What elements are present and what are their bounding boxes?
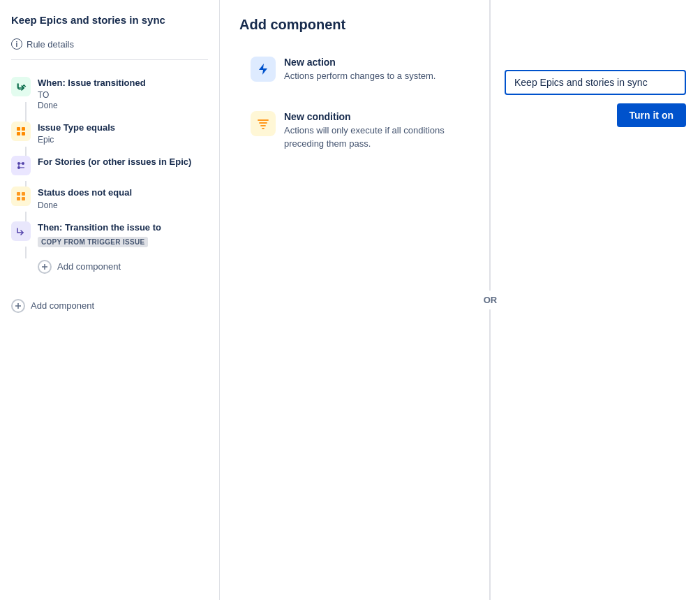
new-condition-title: New condition [284, 111, 459, 122]
then-transition-icon [15, 226, 27, 237]
svg-point-4 [17, 162, 20, 165]
status-content: Status does not equal Done [38, 186, 208, 210]
for-stories-title: For Stories (or other issues in Epic) [38, 156, 208, 168]
when-transition-sub1: TO [38, 90, 208, 100]
new-action-desc: Actions perform changes to a system. [284, 70, 435, 83]
left-panel: Keep Epics and stories in sync i Rule de… [0, 0, 220, 600]
timeline-item-when-transition[interactable]: When: Issue transitioned TO Done [0, 71, 219, 116]
svg-point-6 [17, 166, 20, 169]
for-stories-icon [15, 160, 27, 171]
status-icon [15, 191, 27, 202]
copy-badge: COPY FROM TRIGGER ISSUE [38, 237, 148, 247]
when-transition-sub2: Done [38, 101, 208, 110]
timeline-item-then-transition[interactable]: Then: Transition the issue to COPY FROM … [0, 216, 219, 253]
new-action-card-content: New action Actions perform changes to a … [284, 57, 435, 83]
status-title: Status does not equal [38, 186, 208, 199]
when-transition-title: When: Issue transitioned [38, 77, 208, 89]
svg-rect-0 [17, 127, 20, 131]
svg-rect-12 [17, 197, 20, 200]
plus-icon-inner [41, 263, 48, 270]
lightning-icon [256, 62, 270, 76]
svg-marker-18 [259, 64, 267, 75]
issue-type-title: Issue Type equals [38, 122, 208, 134]
add-component-outer-label: Add component [31, 300, 94, 311]
new-condition-icon-box [251, 111, 276, 136]
svg-rect-13 [22, 197, 25, 200]
issue-type-icon [15, 126, 27, 137]
add-component-inner-row[interactable]: Add component [0, 256, 219, 278]
new-action-title: New action [284, 57, 435, 68]
svg-rect-2 [17, 132, 20, 136]
status-sub: Done [38, 200, 208, 210]
timeline-item-for-stories[interactable]: For Stories (or other issues in Epic) [0, 150, 219, 181]
rule-name-input[interactable] [505, 70, 686, 95]
then-transition-icon-box [11, 221, 31, 241]
svg-rect-1 [22, 127, 25, 131]
plus-icon-outer [15, 302, 22, 309]
then-transition-content: Then: Transition the issue to COPY FROM … [38, 221, 208, 247]
turn-on-button[interactable]: Turn it on [617, 103, 687, 127]
middle-panel: Add component New action Actions perform… [220, 0, 490, 600]
filter-icon [256, 117, 270, 131]
transition-icon [15, 81, 27, 92]
svg-point-5 [22, 162, 24, 165]
issue-type-content: Issue Type equals Epic [38, 122, 208, 145]
or-label: OR [481, 291, 500, 309]
timeline-item-issue-type[interactable]: Issue Type equals Epic [0, 116, 219, 150]
add-component-inner-label: Add component [57, 261, 121, 272]
when-transition-icon-box [11, 77, 31, 96]
new-condition-card[interactable]: New condition Actions will only execute … [239, 101, 470, 161]
right-panel: Turn it on [491, 0, 700, 600]
add-circle-inner [38, 260, 52, 274]
timeline-item-status[interactable]: Status does not equal Done [0, 181, 219, 215]
add-component-heading: Add component [239, 17, 470, 33]
svg-rect-3 [22, 132, 25, 136]
svg-rect-11 [22, 192, 25, 196]
or-divider: OR [490, 0, 491, 600]
status-icon-box [11, 186, 31, 206]
new-action-icon-box [251, 57, 276, 82]
info-icon: i [11, 38, 22, 50]
new-condition-card-content: New condition Actions will only execute … [284, 111, 459, 151]
for-stories-content: For Stories (or other issues in Epic) [38, 156, 208, 168]
rule-title: Keep Epics and stories in sync [0, 11, 219, 34]
timeline: When: Issue transitioned TO Done Issue T… [0, 66, 219, 284]
rule-details-row[interactable]: i Rule details [0, 34, 219, 54]
add-component-outer-row[interactable]: Add component [0, 295, 219, 317]
issue-type-icon-box [11, 122, 31, 141]
then-transition-title: Then: Transition the issue to [38, 221, 208, 234]
svg-rect-10 [17, 192, 20, 196]
rule-details-label: Rule details [27, 39, 74, 50]
issue-type-sub: Epic [38, 135, 208, 145]
new-action-card[interactable]: New action Actions perform changes to a … [239, 47, 470, 93]
panel-divider [11, 59, 208, 60]
when-transition-content: When: Issue transitioned TO Done [38, 77, 208, 110]
add-circle-outer [11, 299, 25, 313]
for-stories-icon-box [11, 156, 31, 175]
new-condition-desc: Actions will only execute if all conditi… [284, 124, 459, 151]
